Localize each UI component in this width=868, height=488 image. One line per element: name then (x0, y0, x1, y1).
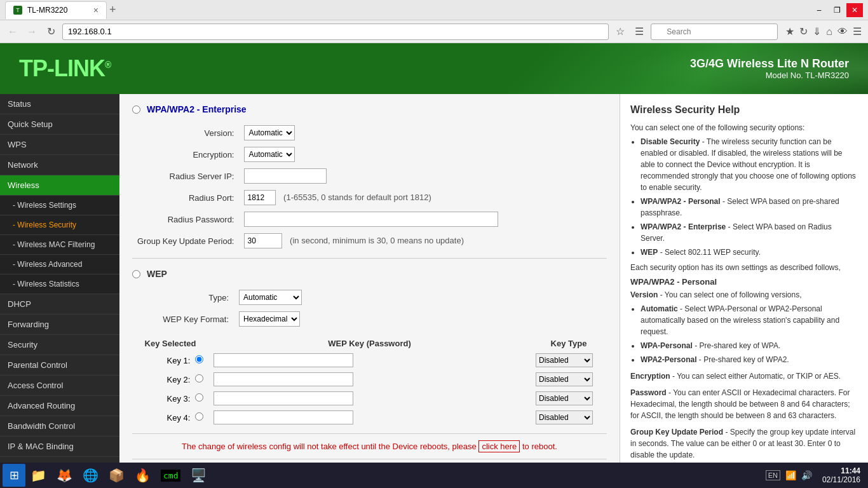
key1-input-cell (208, 351, 531, 370)
encryption-select[interactable]: Automatic TKIP AES (244, 147, 295, 162)
browser-toolbar: ← → ↻ ☆ ☰ 🔍 ★ ↻ ⇓ ⌂ 👁 ☰ (0, 20, 868, 43)
sidebar-item-wireless-settings[interactable]: - Wireless Settings (0, 196, 119, 215)
version-select[interactable]: Automatic WPA WPA2 (244, 125, 295, 140)
bookmarks-icon[interactable]: ★ (784, 24, 796, 39)
file-explorer-icon: 📁 (31, 468, 46, 483)
minimize-button[interactable]: – (811, 3, 827, 17)
volume-icon[interactable]: 🔊 (801, 470, 812, 480)
start-icon: ⊞ (10, 468, 19, 482)
sidebar-item-ip-mac-binding[interactable]: IP & MAC Binding (0, 437, 119, 457)
enterprise-radio[interactable] (132, 105, 140, 114)
new-tab-button[interactable]: + (109, 3, 116, 17)
key3-input-cell (208, 389, 531, 408)
wep-form-table: Type: Automatic Open System Shared Key W… (132, 287, 607, 330)
key4-type-select[interactable]: Disabled 64bit 128bit 152bit (536, 410, 593, 424)
reader-button[interactable]: ☰ (632, 24, 647, 39)
tab-close-button[interactable]: × (93, 5, 98, 15)
key1-type-select[interactable]: Disabled 64bit 128bit 152bit (536, 353, 593, 367)
sidebar-item-advanced-routing[interactable]: Advanced Routing (0, 396, 119, 416)
key2-input[interactable] (214, 372, 353, 386)
wep-key-format-select[interactable]: Hexadecimal ASCII (239, 311, 300, 327)
taskbar-chrome[interactable]: 🌐 (78, 464, 104, 487)
downloads-icon[interactable]: ⇓ (811, 24, 822, 39)
radius-password-row: Radius Password: (132, 208, 607, 230)
taskbar-app1[interactable]: 📦 (104, 464, 130, 487)
sidebar-item-wireless-security[interactable]: - Wireless Security (0, 215, 119, 235)
start-button[interactable]: ⊞ (3, 464, 25, 487)
home-icon[interactable]: ⌂ (825, 25, 834, 39)
key3-input[interactable] (214, 391, 353, 405)
key3-row: Key 3: Disabled 64bit 128bit (132, 389, 607, 408)
remote-icon: 🖥️ (191, 468, 207, 483)
sidebar-item-forwarding[interactable]: Forwarding (0, 315, 119, 335)
menu-icon[interactable]: ☰ (851, 24, 863, 39)
search-wrap: 🔍 (651, 24, 778, 40)
sidebar-item-bandwidth-control[interactable]: Bandwidth Control (0, 416, 119, 437)
key-selected-header: Key Selected (132, 336, 208, 351)
key3-type-select[interactable]: Disabled 64bit 128bit 152bit (536, 391, 593, 405)
help-group-key-title: Group Key Update Period (630, 428, 723, 437)
key1-radio[interactable] (195, 355, 203, 363)
sidebar-item-wireless[interactable]: Wireless (0, 175, 119, 196)
firefox2-icon: 🔥 (135, 468, 151, 483)
help-panel: Wireless Security Help You can select on… (620, 94, 868, 463)
sidebar-item-wireless-advanced[interactable]: - Wireless Advanced (0, 255, 119, 274)
taskbar-firefox2[interactable]: 🔥 (130, 464, 156, 487)
sidebar-item-access-control[interactable]: Access Control (0, 376, 119, 396)
taskbar-firefox[interactable]: 🦊 (51, 464, 78, 487)
taskbar-remote[interactable]: 🖥️ (186, 464, 212, 487)
key1-input[interactable] (214, 353, 353, 367)
back-button[interactable]: ← (5, 24, 20, 39)
help-each-option-text: Each security option has its own setting… (630, 263, 858, 272)
sidebar-item-security[interactable]: Security (0, 335, 119, 355)
history-icon[interactable]: ↻ (798, 24, 809, 39)
network-icon[interactable]: 📶 (785, 470, 796, 480)
sidebar-item-status[interactable]: Status (0, 94, 119, 114)
close-button[interactable]: ✕ (846, 3, 863, 17)
wep-radio[interactable] (132, 270, 140, 278)
key2-radio[interactable] (195, 374, 203, 383)
group-key-label: Group Key Update Period: (132, 230, 239, 252)
radius-password-input[interactable] (244, 212, 498, 227)
sidebar-item-wps[interactable]: WPS (0, 135, 119, 155)
help-wpa-personal-title: WPA/WPA2 - Personal (630, 277, 858, 287)
divider-reboot (132, 459, 607, 459)
taskbar-file-explorer[interactable]: 📁 (25, 464, 51, 487)
clock-date: 02/11/2016 (822, 475, 860, 484)
wep-type-label: Type: (132, 287, 234, 308)
sidebar-item-wireless-mac-filtering[interactable]: - Wireless MAC Filtering (0, 235, 119, 255)
radius-ip-input[interactable] (244, 168, 327, 184)
wep-type-select[interactable]: Automatic Open System Shared Key (239, 290, 302, 305)
sidebar-item-dynamic-dns[interactable]: Dynamic DNS (0, 457, 119, 463)
radius-port-input[interactable] (244, 190, 276, 205)
forward-button[interactable]: → (24, 24, 39, 39)
sidebar-item-parental-control[interactable]: Parental Control (0, 355, 119, 376)
key2-type-select[interactable]: Disabled 64bit 128bit 152bit (536, 372, 593, 386)
help-version-section: Version - You can select one of followin… (630, 289, 858, 365)
taskbar-sys-icons: EN 📶 🔊 11:44 02/11/2016 (766, 466, 865, 484)
key-password-header: WEP Key (Password) (208, 336, 531, 351)
browser-tab[interactable]: T TL-MR3220 × (5, 1, 107, 19)
taskbar-terminal[interactable]: cmd (156, 464, 186, 487)
sidebar-item-quick-setup[interactable]: Quick Setup (0, 114, 119, 135)
refresh-button[interactable]: ↻ (43, 24, 58, 39)
wep-key-format-row: WEP Key Format: Hexadecimal ASCII (132, 308, 607, 330)
sidebar-item-dhcp[interactable]: DHCP (0, 294, 119, 315)
help-version-wpa-desc: - Pre-shared key of WPA. (695, 341, 780, 350)
sidebar-item-network[interactable]: Network (0, 155, 119, 175)
bookmark-button[interactable]: ☆ (613, 24, 628, 39)
radius-port-row: Radius Port: (1-65535, 0 stands for defa… (132, 187, 607, 208)
pocket-icon[interactable]: 👁 (836, 25, 849, 39)
group-key-input[interactable] (244, 233, 282, 248)
restore-button[interactable]: ❐ (829, 3, 845, 17)
wep-type-row: Type: Automatic Open System Shared Key (132, 287, 607, 308)
key3-radio[interactable] (195, 393, 203, 402)
help-password-title: Password (630, 388, 667, 397)
key4-radio[interactable] (195, 412, 203, 421)
search-input[interactable] (651, 24, 778, 40)
sidebar-item-wireless-statistics[interactable]: - Wireless Statistics (0, 274, 119, 294)
reboot-link[interactable]: click here (478, 440, 520, 452)
radius-password-td (239, 208, 607, 230)
address-bar[interactable] (62, 24, 609, 40)
key4-input[interactable] (214, 410, 353, 424)
